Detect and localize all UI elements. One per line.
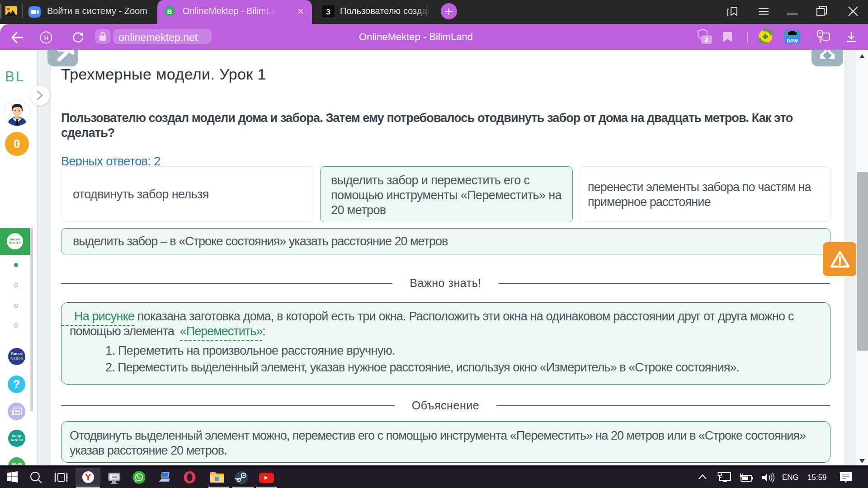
svg-text:3: 3 [326,8,330,16]
svg-text:B: B [167,8,172,15]
svg-text:2: 2 [705,36,708,43]
svg-text:new: new [787,38,798,44]
